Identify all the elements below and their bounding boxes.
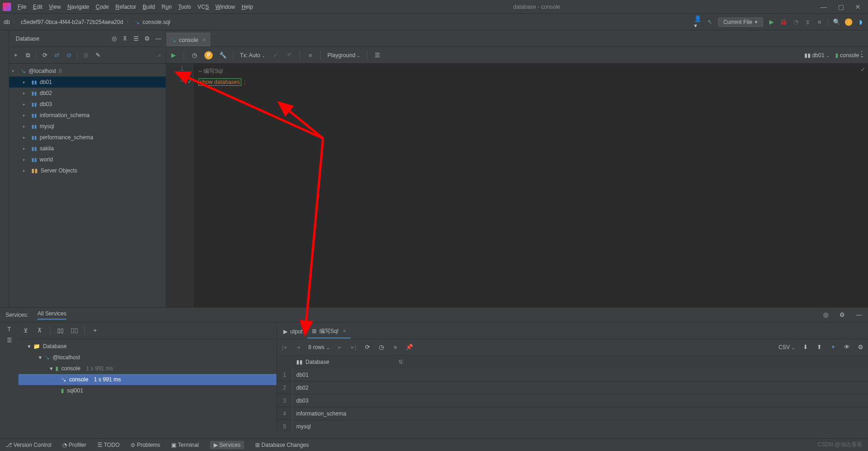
- status-terminal[interactable]: ▣ Terminal: [171, 442, 198, 448]
- build-ok-icon[interactable]: ↖: [706, 18, 713, 26]
- svc-sql001[interactable]: ▮sql001: [18, 385, 276, 396]
- tree-mysql[interactable]: ▸▮▮mysql: [9, 121, 166, 132]
- menu-file[interactable]: File: [18, 4, 26, 10]
- stop-icon[interactable]: ■: [816, 18, 823, 26]
- gear-icon[interactable]: ⚙: [144, 35, 151, 42]
- filter-text-icon[interactable]: T: [7, 326, 11, 332]
- status-version-control[interactable]: ⎇ Version Control: [6, 442, 51, 448]
- add-icon[interactable]: +: [12, 52, 19, 59]
- status-db-changes[interactable]: ⊞ Database Changes: [255, 442, 309, 448]
- rollback-icon[interactable]: ↶: [286, 52, 293, 59]
- target-icon[interactable]: ◎: [110, 35, 118, 42]
- run-sql-icon[interactable]: ▶: [170, 52, 177, 59]
- user-icon[interactable]: 👤▾: [694, 18, 701, 26]
- status-profiler[interactable]: ◔ Profiler: [62, 442, 86, 448]
- format-selector[interactable]: CSV ⌄: [778, 344, 795, 350]
- svc-console-run[interactable]: ⭨console1 s 991 ms: [18, 374, 276, 385]
- close-icon[interactable]: ✕: [855, 3, 861, 11]
- expand-down-icon[interactable]: ⊻: [22, 327, 30, 334]
- services-target-icon[interactable]: ◎: [822, 311, 829, 319]
- last-page-icon[interactable]: ▸|: [350, 344, 358, 351]
- group-icon[interactable]: ▯▯: [57, 327, 64, 334]
- new-service-icon[interactable]: +: [91, 327, 99, 334]
- ungroup-icon[interactable]: ⌷⌷: [71, 327, 78, 334]
- menu-build[interactable]: Build: [143, 4, 155, 10]
- output-tab[interactable]: ▶utput: [279, 325, 307, 338]
- svc-database[interactable]: ▾📁Database: [18, 341, 276, 352]
- menu-navigate[interactable]: Navigate: [67, 4, 89, 10]
- maximize-icon[interactable]: ▢: [838, 3, 844, 11]
- crumb-db[interactable]: db: [4, 19, 10, 25]
- status-todo[interactable]: ☰ TODO: [97, 442, 120, 448]
- editor-tab-console[interactable]: ⭨ console ×: [166, 33, 210, 47]
- commit-icon[interactable]: ✓: [272, 52, 279, 59]
- services-hide-icon[interactable]: —: [855, 311, 862, 319]
- profile-icon[interactable]: ⧗: [804, 18, 811, 26]
- clock-icon[interactable]: ◷: [378, 344, 385, 351]
- menu-vcs[interactable]: VCS: [198, 4, 209, 10]
- tree-db01[interactable]: ▸▮▮db01: [9, 77, 166, 88]
- status-services[interactable]: ▶ Services: [210, 441, 244, 449]
- table-icon[interactable]: ⊞: [82, 52, 90, 59]
- menu-run[interactable]: Run: [162, 4, 172, 10]
- tx-mode[interactable]: Tx: Auto ⌄: [240, 52, 265, 59]
- disconnect-icon[interactable]: ⊘: [65, 52, 72, 59]
- wrench-icon[interactable]: 🔧: [219, 52, 227, 59]
- services-gear-icon[interactable]: ⚙: [838, 311, 846, 319]
- svc-host[interactable]: ▾⭨@localhost: [18, 352, 276, 363]
- duplicate-icon[interactable]: ⧉: [24, 52, 31, 59]
- tree-world[interactable]: ▸▮▮world: [9, 154, 166, 165]
- menu-window[interactable]: Window: [216, 4, 235, 10]
- menu-tools[interactable]: Tools: [178, 4, 191, 10]
- collapse-icon[interactable]: ⊼: [121, 35, 129, 42]
- svc-console[interactable]: ▾▮console1 s 991 ms: [18, 363, 276, 374]
- tree-performance-schema[interactable]: ▸▮▮performance_schema: [9, 132, 166, 143]
- prev-page-icon[interactable]: ◂: [294, 344, 302, 351]
- minimize-icon[interactable]: —: [820, 3, 827, 11]
- tree-root[interactable]: ▾⭨@localhost8: [9, 65, 166, 77]
- eye-icon[interactable]: 👁: [843, 344, 850, 351]
- ide-icon[interactable]: ◗: [857, 18, 864, 26]
- expand-up-icon[interactable]: ⊼: [36, 327, 43, 334]
- menu-refactor[interactable]: Refactor: [115, 4, 136, 10]
- status-problems[interactable]: ⊘ Problems: [131, 442, 160, 448]
- settings-icon[interactable]: ☰: [374, 52, 381, 59]
- cancel-icon[interactable]: ■: [392, 344, 399, 351]
- transpose-icon[interactable]: ✦: [829, 344, 837, 351]
- tree-db03[interactable]: ▸▮▮db03: [9, 99, 166, 110]
- playground-mode[interactable]: Playground ⌄: [327, 52, 360, 59]
- next-page-icon[interactable]: ▸: [336, 344, 344, 351]
- pin-icon[interactable]: 📌: [406, 344, 413, 351]
- reload-icon[interactable]: ⟳: [364, 344, 371, 351]
- tree-server-objects[interactable]: ▸▮▮Server Objects: [9, 165, 166, 176]
- tab-close-icon[interactable]: ×: [203, 37, 206, 43]
- menu-view[interactable]: View: [49, 4, 61, 10]
- search-icon[interactable]: 🔍: [833, 18, 840, 26]
- refresh-icon[interactable]: ⟳: [41, 52, 48, 59]
- crumb-file[interactable]: console.sql: [143, 19, 170, 25]
- history-icon[interactable]: ◷: [191, 52, 198, 59]
- coverage-icon[interactable]: ◔: [792, 18, 799, 26]
- crumb-guid[interactable]: c5edef97-0bca-4f44-b2a7-72b254aea20d: [21, 19, 123, 25]
- menu-code[interactable]: Code: [96, 4, 109, 10]
- hide-icon[interactable]: —: [155, 35, 162, 42]
- result-tab[interactable]: ⊞编写Sql×: [307, 325, 351, 338]
- update-icon[interactable]: ↑: [845, 18, 852, 26]
- more-icon[interactable]: »: [156, 52, 163, 59]
- tree-information-schema[interactable]: ▸▮▮information_schema: [9, 110, 166, 121]
- bookmark-icon[interactable]: ☰: [7, 337, 12, 344]
- run-icon[interactable]: ▶: [768, 18, 775, 26]
- menu-help[interactable]: Help: [241, 4, 253, 10]
- stop-run-icon[interactable]: ■: [306, 52, 314, 59]
- menu-edit[interactable]: Edit: [33, 4, 42, 10]
- tree-sakila[interactable]: ▸▮▮sakila: [9, 143, 166, 154]
- run-config-selector[interactable]: Current File▼: [718, 18, 763, 27]
- code-editor[interactable]: 1 2✓ -- 编写Sql show databases; ✓: [166, 64, 868, 307]
- download-icon[interactable]: ⬇: [802, 344, 809, 351]
- upload-icon[interactable]: ⬆: [815, 344, 823, 351]
- editor-menu-icon[interactable]: ⋮: [858, 50, 865, 59]
- filter-icon[interactable]: ☰: [132, 35, 140, 42]
- param-icon[interactable]: P: [204, 51, 213, 59]
- datasource-selector[interactable]: ▮▮ db01 ⌄: [804, 52, 830, 59]
- first-page-icon[interactable]: |◂: [281, 344, 288, 351]
